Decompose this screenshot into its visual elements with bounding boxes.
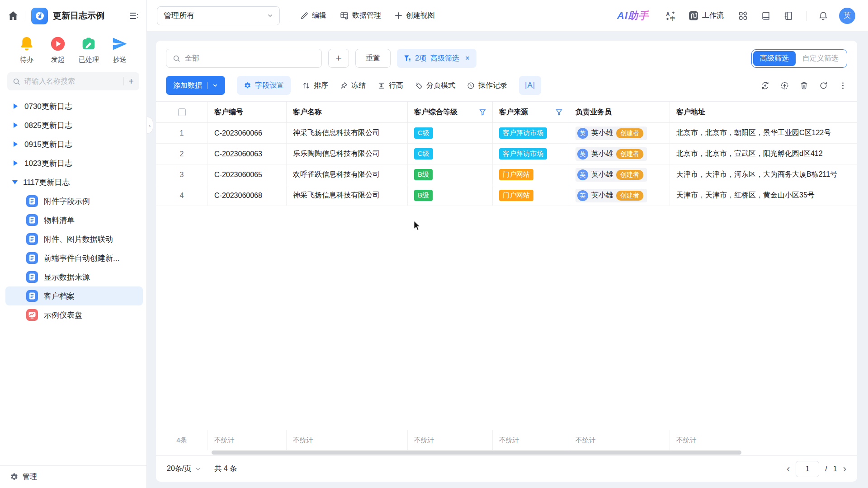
delete-icon[interactable] [800, 81, 808, 90]
tree-item-customer-archive[interactable]: 客户档案 [0, 286, 146, 305]
page-number-input[interactable]: 1 [796, 461, 819, 477]
data-table-icon [340, 11, 349, 20]
freeze-button[interactable]: 冻结 [340, 81, 366, 90]
tree-item-show-data-source[interactable]: 显示数据来源 [0, 267, 146, 286]
cc-button[interactable]: 抄送 [107, 35, 133, 64]
prev-page-button[interactable]: ‹ [787, 464, 790, 474]
tag-icon [415, 82, 423, 89]
initiate-button[interactable]: 发起 [45, 35, 71, 64]
user-avatar[interactable]: 英 [839, 8, 855, 24]
summary-cell[interactable]: 不统计 [208, 430, 287, 450]
manage-button[interactable]: 管理 [0, 465, 146, 488]
sidebar-menu-icon[interactable] [128, 10, 139, 21]
select-all-checkbox[interactable] [178, 108, 186, 116]
filter-funnel-icon[interactable] [556, 109, 562, 116]
translate-button[interactable]: A中 [665, 10, 676, 21]
scrollbar-thumb[interactable] [212, 450, 741, 455]
source-badge: 门户网站 [499, 169, 533, 180]
summary-cell[interactable]: 不统计 [670, 430, 857, 450]
reset-button[interactable]: 重置 [355, 49, 391, 68]
close-icon[interactable]: × [465, 54, 470, 63]
chevron-right-icon [14, 103, 18, 109]
data-manage-button[interactable]: 数据管理 [340, 11, 381, 20]
ai-field-button[interactable]: |A| [519, 76, 541, 95]
processed-label: 已处理 [79, 56, 99, 64]
table-row[interactable]: 4 C-2023060068 神采飞扬信息科技有限公司 B级 门户网站 英英小雄… [156, 185, 857, 206]
advanced-filter-chip[interactable]: 2项 高级筛选 × [397, 49, 476, 68]
more-options-icon[interactable] [839, 81, 847, 90]
tree-group-0730[interactable]: 0730更新日志 [0, 97, 146, 116]
avatar: 英 [577, 190, 588, 201]
page-separator: / [825, 465, 827, 473]
field-settings-button[interactable]: 字段设置 [237, 76, 291, 95]
page-size-select[interactable]: 20条/页 [167, 464, 201, 474]
notebook-icon [783, 11, 793, 21]
add-data-button[interactable]: 添加数据 [166, 76, 225, 95]
table-row[interactable]: 2 C-2023060063 乐乐陶陶信息科技有限公司 C级 客户拜访市场 英英… [156, 144, 857, 164]
svg-text:A: A [666, 11, 670, 17]
pagination-mode-button[interactable]: 分页模式 [415, 81, 455, 90]
custom-filter-tab[interactable]: 自定义筛选 [796, 51, 845, 66]
column-header-code[interactable]: 客户编号 [208, 102, 287, 122]
processed-button[interactable]: 已处理 [75, 35, 102, 64]
sidebar-header: ¥ 更新日志示例 [0, 0, 146, 32]
operation-log-button[interactable]: 操作记录 [467, 81, 507, 90]
add-filter-button[interactable]: + [328, 49, 349, 68]
table-row[interactable]: 1 C-2023060066 神采飞扬信息科技有限公司 C级 客户拜访市场 英英… [156, 123, 857, 144]
advanced-filter-tab[interactable]: 高级筛选 [753, 51, 796, 66]
summary-cell[interactable]: 不统计 [569, 430, 670, 450]
summary-cell[interactable]: 不统计 [287, 430, 408, 450]
row-height-button[interactable]: 行高 [377, 81, 403, 90]
tree-group-1023[interactable]: 1023更新日志 [0, 154, 146, 173]
tree-group-0825[interactable]: 0825更新日志 [0, 116, 146, 135]
sort-button[interactable]: 排序 [302, 81, 328, 90]
owner-name: 英小雄 [591, 191, 613, 200]
cell-company: 欢呼雀跃信息科技有限公司 [287, 164, 408, 185]
row-height-label: 行高 [389, 81, 403, 90]
todo-button[interactable]: 待办 [14, 35, 40, 64]
column-header-company[interactable]: 客户名称 [287, 102, 408, 122]
column-header-source[interactable]: 客户来源 [493, 102, 569, 122]
add-data-label: 添加数据 [173, 81, 202, 90]
notebook-button[interactable] [783, 11, 793, 21]
column-header-owner[interactable]: 负责业务员 [569, 102, 670, 122]
workflow-label: 工作流 [702, 11, 724, 20]
workflow-button[interactable]: 工作流 [689, 11, 724, 21]
tree-item-attachment-image-linkage[interactable]: 附件、图片数据联动 [0, 230, 146, 249]
tree-item-demo-dashboard[interactable]: 示例仪表盘 [0, 305, 146, 324]
tree-item-attachment-field-demo[interactable]: 附件字段示例 [0, 192, 146, 211]
ai-assistant-button[interactable]: AI助手 [617, 9, 649, 23]
filter-funnel-icon[interactable] [479, 109, 486, 116]
export-icon[interactable] [780, 81, 789, 90]
tree-group-0915[interactable]: 0915更新日志 [0, 135, 146, 154]
next-page-button[interactable]: › [843, 464, 846, 474]
row-number: 3 [156, 164, 208, 185]
summary-cell[interactable]: 不统计 [408, 430, 493, 450]
bell-icon [18, 35, 35, 52]
apps-button[interactable] [738, 11, 748, 21]
form-icon [26, 233, 38, 245]
notifications-button[interactable] [818, 11, 828, 21]
refresh-icon[interactable] [819, 81, 828, 90]
row-height-icon [377, 82, 385, 89]
knowledge-base-button[interactable] [761, 11, 771, 21]
tree-item-frontend-event-auto-create[interactable]: 前端事件自动创建新... [0, 249, 146, 267]
table-search-input[interactable]: 全部 [166, 49, 322, 68]
create-view-button[interactable]: 创建视图 [395, 11, 435, 20]
column-header-address[interactable]: 客户地址 [670, 102, 857, 122]
owner-pill: 英英小雄创建者 [576, 147, 647, 161]
import-icon[interactable] [761, 81, 769, 90]
column-header-level[interactable]: 客户综合等级 [408, 102, 493, 122]
tree-group-1117[interactable]: 1117更新日志 [0, 173, 146, 192]
view-selector[interactable]: 管理所有 [157, 6, 280, 25]
tree-item-material-list[interactable]: 物料清单 [0, 211, 146, 230]
home-icon[interactable] [7, 10, 19, 22]
play-icon [49, 35, 66, 52]
table-row[interactable]: 3 C-2023060065 欢呼雀跃信息科技有限公司 B级 门户网站 英英小雄… [156, 164, 857, 185]
edit-button[interactable]: 编辑 [300, 11, 326, 20]
record-count: 4条 [156, 430, 208, 450]
sidebar-add-button[interactable]: + [128, 77, 134, 86]
sidebar-search[interactable]: 请输入名称搜索 + [7, 72, 139, 90]
manage-label: 管理 [23, 472, 37, 482]
summary-cell[interactable]: 不统计 [493, 430, 569, 450]
